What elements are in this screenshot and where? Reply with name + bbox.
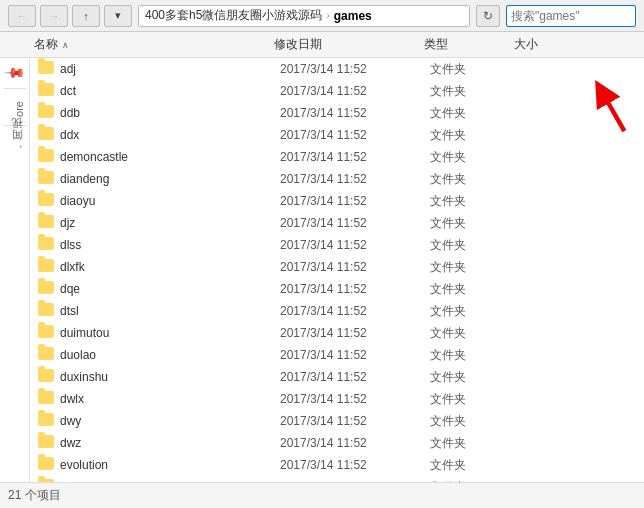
folder-icon	[38, 435, 54, 448]
table-row[interactable]: dct 2017/3/14 11:52 文件夹	[30, 80, 644, 102]
folder-icon-wrap	[38, 149, 56, 165]
file-name: dtsl	[60, 304, 280, 318]
folder-icon-wrap	[38, 171, 56, 187]
file-type: 文件夹	[430, 281, 520, 298]
folder-icon-wrap	[38, 369, 56, 385]
folder-icon	[38, 303, 54, 316]
table-row[interactable]: dwy 2017/3/14 11:52 文件夹	[30, 410, 644, 432]
status-bar: 21 个项目	[0, 482, 644, 508]
breadcrumb[interactable]: 400多套h5微信朋友圈小游戏源码 › games	[138, 5, 470, 27]
folder-icon	[38, 259, 54, 272]
file-type: 文件夹	[430, 127, 520, 144]
up-button[interactable]: ↑	[72, 5, 100, 27]
file-type: 文件夹	[430, 105, 520, 122]
refresh-button[interactable]: ↻	[476, 5, 500, 27]
forward-button[interactable]: →	[40, 5, 68, 27]
file-list[interactable]: adj 2017/3/14 11:52 文件夹 dct 2017/3/14 11…	[30, 58, 644, 482]
file-name: ddb	[60, 106, 280, 120]
folder-icon-wrap	[38, 347, 56, 363]
file-type: 文件夹	[430, 215, 520, 232]
folder-icon	[38, 61, 54, 74]
table-row[interactable]: diandeng 2017/3/14 11:52 文件夹	[30, 168, 644, 190]
folder-icon	[38, 149, 54, 162]
file-name: dlxfk	[60, 260, 280, 274]
file-date: 2017/3/14 11:52	[280, 348, 430, 362]
table-row[interactable]: dwz 2017/3/14 11:52 文件夹	[30, 432, 644, 454]
breadcrumb-separator: ›	[326, 10, 329, 21]
folder-icon	[38, 391, 54, 404]
folder-icon-wrap	[38, 479, 56, 482]
file-type: 文件夹	[430, 259, 520, 276]
file-name: dlss	[60, 238, 280, 252]
breadcrumb-current[interactable]: games	[334, 9, 372, 23]
nav-buttons: ← → ↑ ▾	[8, 5, 132, 27]
file-type: 文件夹	[430, 457, 520, 474]
sidebar-text-news: 闻、视	[4, 138, 25, 149]
file-type: 文件夹	[430, 369, 520, 386]
folder-icon	[38, 193, 54, 206]
table-row[interactable]: dtsl 2017/3/14 11:52 文件夹	[30, 300, 644, 322]
file-date: 2017/3/14 11:52	[280, 436, 430, 450]
folder-icon	[38, 105, 54, 118]
file-date: 2017/3/14 11:52	[280, 414, 430, 428]
folder-icon	[38, 369, 54, 382]
table-row[interactable]: evolution 2017/3/14 11:52 文件夹	[30, 454, 644, 476]
folder-icon-wrap	[38, 457, 56, 473]
file-name: djz	[60, 216, 280, 230]
table-row[interactable]: demoncastle 2017/3/14 11:52 文件夹	[30, 146, 644, 168]
file-date: 2017/3/14 11:52	[280, 370, 430, 384]
file-name: fangyan	[60, 480, 280, 482]
table-row[interactable]: djz 2017/3/14 11:52 文件夹	[30, 212, 644, 234]
folder-icon	[38, 127, 54, 140]
file-type: 文件夹	[430, 149, 520, 166]
file-date: 2017/3/14 11:52	[280, 282, 430, 296]
table-row[interactable]: fangyan 2017/3/14 11:52 文件夹	[30, 476, 644, 482]
file-type: 文件夹	[430, 325, 520, 342]
table-row[interactable]: dlss 2017/3/14 11:52 文件夹	[30, 234, 644, 256]
col-header-date[interactable]: 修改日期	[270, 32, 420, 57]
table-row[interactable]: dlxfk 2017/3/14 11:52 文件夹	[30, 256, 644, 278]
left-sidebar: 📌 ore 闻、视	[0, 58, 30, 482]
file-name: dwz	[60, 436, 280, 450]
breadcrumb-parent[interactable]: 400多套h5微信朋友圈小游戏源码	[145, 7, 322, 24]
col-header-type[interactable]: 类型	[420, 32, 510, 57]
file-type: 文件夹	[430, 391, 520, 408]
table-row[interactable]: diaoyu 2017/3/14 11:52 文件夹	[30, 190, 644, 212]
file-type: 文件夹	[430, 193, 520, 210]
file-name: duolao	[60, 348, 280, 362]
file-date: 2017/3/14 11:52	[280, 194, 430, 208]
file-name: duimutou	[60, 326, 280, 340]
title-bar: ← → ↑ ▾ 400多套h5微信朋友圈小游戏源码 › games ↻ 🔍	[0, 0, 644, 32]
table-row[interactable]: duimutou 2017/3/14 11:52 文件夹	[30, 322, 644, 344]
file-date: 2017/3/14 11:52	[280, 480, 430, 482]
table-row[interactable]: ddx 2017/3/14 11:52 文件夹	[30, 124, 644, 146]
file-date: 2017/3/14 11:52	[280, 326, 430, 340]
table-row[interactable]: ddb 2017/3/14 11:52 文件夹	[30, 102, 644, 124]
search-input[interactable]	[507, 9, 644, 23]
file-name: ddx	[60, 128, 280, 142]
table-row[interactable]: dwlx 2017/3/14 11:52 文件夹	[30, 388, 644, 410]
table-row[interactable]: adj 2017/3/14 11:52 文件夹	[30, 58, 644, 80]
file-type: 文件夹	[430, 435, 520, 452]
item-count: 21 个项目	[8, 487, 61, 504]
table-row[interactable]: duolao 2017/3/14 11:52 文件夹	[30, 344, 644, 366]
folder-icon	[38, 215, 54, 228]
back-button[interactable]: ←	[8, 5, 36, 27]
file-date: 2017/3/14 11:52	[280, 62, 430, 76]
file-name: duxinshu	[60, 370, 280, 384]
table-row[interactable]: duxinshu 2017/3/14 11:52 文件夹	[30, 366, 644, 388]
col-header-size[interactable]: 大小	[510, 32, 580, 57]
file-type: 文件夹	[430, 347, 520, 364]
folder-icon-wrap	[38, 259, 56, 275]
file-date: 2017/3/14 11:52	[280, 106, 430, 120]
recent-button[interactable]: ▾	[104, 5, 132, 27]
file-name: dct	[60, 84, 280, 98]
file-type: 文件夹	[430, 303, 520, 320]
table-row[interactable]: dqe 2017/3/14 11:52 文件夹	[30, 278, 644, 300]
file-date: 2017/3/14 11:52	[280, 128, 430, 142]
main-area: 📌 ore 闻、视 adj 2017/3/14 11:52 文件夹 dct 20…	[0, 58, 644, 482]
folder-icon-wrap	[38, 303, 56, 319]
folder-icon-wrap	[38, 215, 56, 231]
folder-icon-wrap	[38, 325, 56, 341]
col-header-name[interactable]: 名称 ∧	[30, 32, 270, 57]
